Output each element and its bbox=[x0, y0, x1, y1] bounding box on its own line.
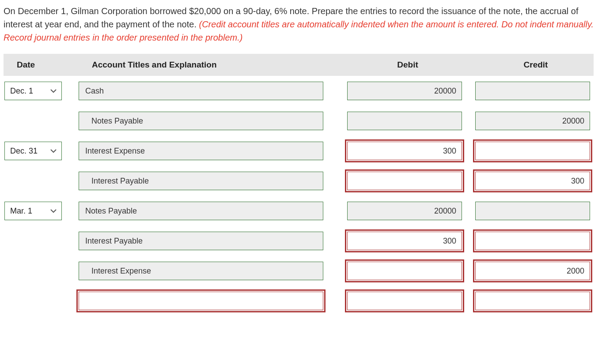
date-cell: Dec. 1 bbox=[4, 82, 79, 100]
credit-input[interactable] bbox=[475, 292, 590, 310]
table-row: Dec. 31 bbox=[4, 136, 594, 166]
table-row bbox=[4, 166, 594, 196]
debit-cell bbox=[344, 262, 472, 280]
account-title-input[interactable] bbox=[79, 172, 323, 190]
col-header-date: Date bbox=[4, 54, 79, 76]
credit-input[interactable] bbox=[475, 232, 590, 250]
table-row bbox=[4, 286, 594, 316]
credit-cell bbox=[472, 112, 598, 130]
debit-input[interactable] bbox=[347, 232, 462, 250]
credit-cell bbox=[472, 232, 598, 250]
account-title-input[interactable] bbox=[79, 202, 323, 220]
chevron-down-icon bbox=[50, 147, 57, 154]
journal-entry-table: Date Account Titles and Explanation Debi… bbox=[4, 54, 594, 316]
account-title-input[interactable] bbox=[79, 292, 323, 310]
chevron-down-icon bbox=[50, 207, 57, 214]
debit-cell bbox=[344, 202, 472, 220]
table-row: Dec. 1 bbox=[4, 76, 594, 106]
col-header-debit: Debit bbox=[344, 54, 472, 76]
debit-input[interactable] bbox=[347, 82, 462, 100]
account-cell bbox=[79, 142, 344, 160]
table-header-row: Date Account Titles and Explanation Debi… bbox=[4, 54, 594, 76]
question-text: On December 1, Gilman Corporation borrow… bbox=[4, 4, 594, 44]
debit-cell bbox=[344, 172, 472, 190]
account-title-input[interactable] bbox=[79, 142, 323, 160]
col-header-credit: Credit bbox=[472, 54, 598, 76]
date-dropdown[interactable]: Mar. 1 bbox=[4, 202, 62, 220]
account-title-input[interactable] bbox=[79, 112, 323, 130]
table-row bbox=[4, 256, 594, 286]
table-row bbox=[4, 106, 594, 136]
date-value: Mar. 1 bbox=[10, 206, 32, 216]
account-cell bbox=[79, 112, 344, 130]
chevron-down-icon bbox=[50, 87, 57, 94]
credit-input[interactable] bbox=[475, 202, 590, 220]
credit-cell bbox=[472, 202, 598, 220]
account-cell bbox=[79, 292, 344, 310]
account-cell bbox=[79, 232, 344, 250]
account-title-input[interactable] bbox=[79, 262, 323, 280]
date-dropdown[interactable]: Dec. 31 bbox=[4, 142, 62, 160]
debit-cell bbox=[344, 232, 472, 250]
debit-input[interactable] bbox=[347, 172, 462, 190]
debit-input[interactable] bbox=[347, 262, 462, 280]
date-cell: Dec. 31 bbox=[4, 142, 79, 160]
account-cell bbox=[79, 82, 344, 100]
credit-input[interactable] bbox=[475, 172, 590, 190]
debit-cell bbox=[344, 142, 472, 160]
date-cell: Mar. 1 bbox=[4, 202, 79, 220]
credit-cell bbox=[472, 262, 598, 280]
date-dropdown[interactable]: Dec. 1 bbox=[4, 82, 62, 100]
account-title-input[interactable] bbox=[79, 232, 323, 250]
account-title-input[interactable] bbox=[79, 82, 323, 100]
debit-input[interactable] bbox=[347, 142, 462, 160]
debit-cell bbox=[344, 292, 472, 310]
table-row bbox=[4, 226, 594, 256]
credit-cell bbox=[472, 292, 598, 310]
debit-cell bbox=[344, 112, 472, 130]
credit-cell bbox=[472, 82, 598, 100]
col-header-account: Account Titles and Explanation bbox=[79, 54, 344, 76]
credit-cell bbox=[472, 172, 598, 190]
debit-input[interactable] bbox=[347, 292, 462, 310]
debit-cell bbox=[344, 82, 472, 100]
credit-cell bbox=[472, 142, 598, 160]
debit-input[interactable] bbox=[347, 202, 462, 220]
credit-input[interactable] bbox=[475, 142, 590, 160]
debit-input[interactable] bbox=[347, 112, 462, 130]
credit-input[interactable] bbox=[475, 262, 590, 280]
account-cell bbox=[79, 262, 344, 280]
credit-input[interactable] bbox=[475, 112, 590, 130]
table-row: Mar. 1 bbox=[4, 196, 594, 226]
date-value: Dec. 1 bbox=[10, 86, 33, 96]
date-value: Dec. 31 bbox=[10, 146, 38, 156]
account-cell bbox=[79, 172, 344, 190]
credit-input[interactable] bbox=[475, 82, 590, 100]
account-cell bbox=[79, 202, 344, 220]
